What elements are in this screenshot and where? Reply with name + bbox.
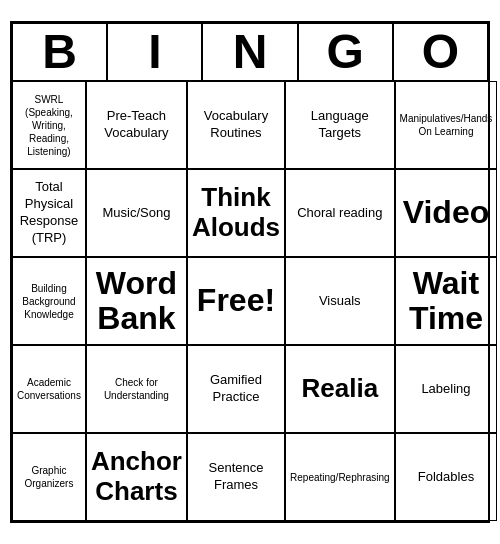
header-letter: N <box>202 23 297 81</box>
bingo-cell: Music/Song <box>86 169 187 257</box>
bingo-cell: Gamified Practice <box>187 345 285 433</box>
bingo-cell: Foldables <box>395 433 498 521</box>
header-letter: B <box>12 23 107 81</box>
cell-text: Check for Understanding <box>91 376 182 402</box>
bingo-card: BINGO SWRL (Speaking, Writing, Reading, … <box>10 21 490 523</box>
bingo-cell: Manipulatives/Hands On Learning <box>395 81 498 169</box>
bingo-cell: Anchor Charts <box>86 433 187 521</box>
bingo-cell: Graphic Organizers <box>12 433 86 521</box>
cell-text: Graphic Organizers <box>17 464 81 490</box>
cell-text: Building Background Knowledge <box>17 282 81 321</box>
header-letter: G <box>298 23 393 81</box>
bingo-cell: Pre-Teach Vocabulary <box>86 81 187 169</box>
header-letter: I <box>107 23 202 81</box>
cell-text: Choral reading <box>290 205 390 222</box>
header-letter: O <box>393 23 488 81</box>
cell-text: Gamified Practice <box>192 372 280 406</box>
bingo-cell: Video <box>395 169 498 257</box>
bingo-cell: Academic Conversations <box>12 345 86 433</box>
bingo-cell: Word Bank <box>86 257 187 345</box>
cell-text: Total Physical Response (TRP) <box>17 179 81 247</box>
cell-text: Vocabulary Routines <box>192 108 280 142</box>
bingo-cell: Vocabulary Routines <box>187 81 285 169</box>
cell-text: Visuals <box>290 293 390 310</box>
cell-text: Labeling <box>400 381 493 398</box>
bingo-cell: Labeling <box>395 345 498 433</box>
bingo-cell: Realia <box>285 345 395 433</box>
cell-text: SWRL (Speaking, Writing, Reading, Listen… <box>17 93 81 158</box>
cell-text: Anchor Charts <box>91 447 182 507</box>
bingo-cell: Language Targets <box>285 81 395 169</box>
bingo-cell: Sentence Frames <box>187 433 285 521</box>
bingo-header: BINGO <box>12 23 488 81</box>
cell-text: Foldables <box>400 469 493 486</box>
bingo-cell: Think Alouds <box>187 169 285 257</box>
bingo-cell: Visuals <box>285 257 395 345</box>
cell-text: Pre-Teach Vocabulary <box>91 108 182 142</box>
cell-text: Repeating/Rephrasing <box>290 471 390 484</box>
cell-text: Realia <box>290 374 390 404</box>
cell-text: Think Alouds <box>192 183 280 243</box>
cell-text: Language Targets <box>290 108 390 142</box>
cell-text: Free! <box>192 283 280 318</box>
cell-text: Video <box>400 195 493 230</box>
cell-text: Wait Time <box>400 266 493 336</box>
bingo-cell: Choral reading <box>285 169 395 257</box>
bingo-cell: Wait Time <box>395 257 498 345</box>
cell-text: Word Bank <box>91 266 182 336</box>
bingo-cell: SWRL (Speaking, Writing, Reading, Listen… <box>12 81 86 169</box>
cell-text: Manipulatives/Hands On Learning <box>400 112 493 138</box>
bingo-cell: Check for Understanding <box>86 345 187 433</box>
bingo-cell: Free! <box>187 257 285 345</box>
cell-text: Sentence Frames <box>192 460 280 494</box>
cell-text: Music/Song <box>91 205 182 222</box>
cell-text: Academic Conversations <box>17 376 81 402</box>
bingo-cell: Building Background Knowledge <box>12 257 86 345</box>
bingo-grid: SWRL (Speaking, Writing, Reading, Listen… <box>12 81 488 521</box>
bingo-cell: Total Physical Response (TRP) <box>12 169 86 257</box>
bingo-cell: Repeating/Rephrasing <box>285 433 395 521</box>
